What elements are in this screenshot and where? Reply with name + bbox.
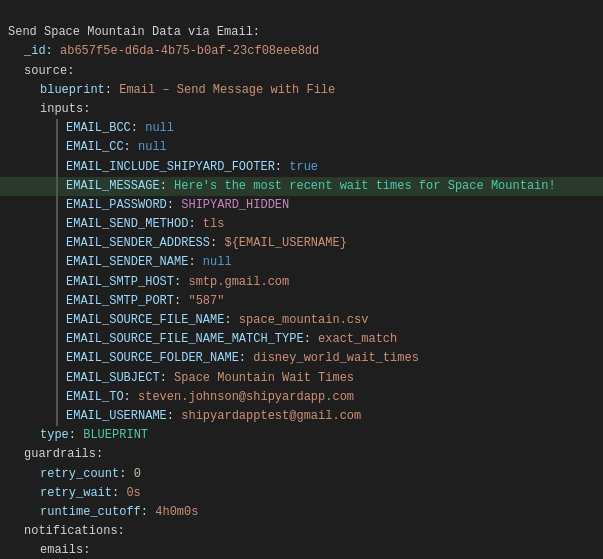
val-value: exact_match bbox=[318, 330, 397, 349]
key-label: _id bbox=[24, 42, 46, 61]
line-11: EMAIL_SENDER_ADDRESS: ${EMAIL_USERNAME} bbox=[0, 234, 603, 253]
line-20: EMAIL_USERNAME: shipyardapptest@gmail.co… bbox=[0, 407, 603, 426]
line-0: Send Space Mountain Data via Email: bbox=[0, 23, 603, 42]
line-12: EMAIL_SENDER_NAME: null bbox=[0, 253, 603, 272]
indent-bar bbox=[56, 292, 58, 311]
line-4: inputs: bbox=[0, 100, 603, 119]
plain-text: : bbox=[160, 369, 174, 388]
line-13: EMAIL_SMTP_HOST: smtp.gmail.com bbox=[0, 273, 603, 292]
line-27: emails: bbox=[0, 541, 603, 559]
indent-bar bbox=[56, 253, 58, 272]
key-label: EMAIL_PASSWORD bbox=[66, 196, 167, 215]
val-value: space_mountain.csv bbox=[239, 311, 369, 330]
plain-text: source: bbox=[24, 62, 74, 81]
val-value: 4h0m0s bbox=[155, 503, 198, 522]
line-7: EMAIL_INCLUDE_SHIPYARD_FOOTER: true bbox=[0, 158, 603, 177]
plain-text: notifications: bbox=[24, 522, 125, 541]
val-value: ${EMAIL_USERNAME} bbox=[224, 234, 346, 253]
line-24: retry_wait: 0s bbox=[0, 484, 603, 503]
plain-text: : bbox=[239, 349, 253, 368]
key-label: EMAIL_SOURCE_FILE_NAME bbox=[66, 311, 224, 330]
blueprint-value: BLUEPRINT bbox=[83, 426, 148, 445]
line-16: EMAIL_SOURCE_FILE_NAME_MATCH_TYPE: exact… bbox=[0, 330, 603, 349]
plain-text: inputs: bbox=[40, 100, 90, 119]
key-label: EMAIL_SOURCE_FOLDER_NAME bbox=[66, 349, 239, 368]
null-value: null bbox=[138, 138, 167, 157]
key-label: EMAIL_SOURCE_FILE_NAME_MATCH_TYPE bbox=[66, 330, 304, 349]
line-15: EMAIL_SOURCE_FILE_NAME: space_mountain.c… bbox=[0, 311, 603, 330]
indent-bar bbox=[56, 177, 58, 196]
key-label: EMAIL_SEND_METHOD bbox=[66, 215, 188, 234]
plain-text: : bbox=[105, 81, 119, 100]
key-label: blueprint bbox=[40, 81, 105, 100]
key-label: EMAIL_USERNAME bbox=[66, 407, 167, 426]
null-value: null bbox=[203, 253, 232, 272]
key-label: EMAIL_CC bbox=[66, 138, 124, 157]
keyword-value: SHIPYARD_HIDDEN bbox=[181, 196, 289, 215]
indent-bar bbox=[56, 138, 58, 157]
indent-bar bbox=[56, 119, 58, 138]
title-text: Send Space Mountain Data via Email: bbox=[8, 23, 260, 42]
plain-text: : bbox=[141, 503, 155, 522]
indent-bar bbox=[56, 311, 58, 330]
val-value: 0s bbox=[126, 484, 140, 503]
line-17: EMAIL_SOURCE_FOLDER_NAME: disney_world_w… bbox=[0, 349, 603, 368]
plain-text: : bbox=[160, 177, 174, 196]
plain-text: emails: bbox=[40, 541, 90, 559]
key-label: EMAIL_SMTP_PORT bbox=[66, 292, 174, 311]
indent-bar bbox=[56, 273, 58, 292]
key-label: EMAIL_BCC bbox=[66, 119, 131, 138]
val-value: disney_world_wait_times bbox=[253, 349, 419, 368]
key-label: retry_count bbox=[40, 465, 119, 484]
line-6: EMAIL_CC: null bbox=[0, 138, 603, 157]
key-label: EMAIL_INCLUDE_SHIPYARD_FOOTER bbox=[66, 158, 275, 177]
line-3: blueprint: Email – Send Message with Fil… bbox=[0, 81, 603, 100]
key-label: runtime_cutoff bbox=[40, 503, 141, 522]
line-9: EMAIL_PASSWORD: SHIPYARD_HIDDEN bbox=[0, 196, 603, 215]
key-label: EMAIL_SENDER_NAME bbox=[66, 253, 188, 272]
line-2: source: bbox=[0, 62, 603, 81]
indent-bar bbox=[56, 330, 58, 349]
key-label: EMAIL_TO bbox=[66, 388, 124, 407]
plain-text: : bbox=[224, 311, 238, 330]
plain-text: : bbox=[112, 484, 126, 503]
plain-text: : bbox=[131, 119, 145, 138]
line-14: EMAIL_SMTP_PORT: "587" bbox=[0, 292, 603, 311]
line-8: EMAIL_MESSAGE: Here's the most recent wa… bbox=[0, 177, 603, 196]
highlight-value: Here's the most recent wait times for Sp… bbox=[174, 177, 556, 196]
val-value: Space Mountain Wait Times bbox=[174, 369, 354, 388]
plain-text: : bbox=[124, 138, 138, 157]
plain-text: : bbox=[304, 330, 318, 349]
indent-bar bbox=[56, 196, 58, 215]
plain-text: : bbox=[174, 292, 188, 311]
number-value: 0 bbox=[134, 465, 141, 484]
line-22: guardrails: bbox=[0, 445, 603, 464]
plain-text: : bbox=[210, 234, 224, 253]
plain-text: : bbox=[188, 253, 202, 272]
plain-text: guardrails: bbox=[24, 445, 103, 464]
line-5: EMAIL_BCC: null bbox=[0, 119, 603, 138]
null-value: null bbox=[145, 119, 174, 138]
code-view: Send Space Mountain Data via Email:_id: … bbox=[0, 0, 603, 559]
indent-bar bbox=[56, 215, 58, 234]
line-23: retry_count: 0 bbox=[0, 465, 603, 484]
line-1: _id: ab657f5e-d6da-4b75-b0af-23cf08eee8d… bbox=[0, 42, 603, 61]
val-value: steven.johnson@shipyardapp.com bbox=[138, 388, 354, 407]
line-19: EMAIL_TO: steven.johnson@shipyardapp.com bbox=[0, 388, 603, 407]
key-label: EMAIL_SENDER_ADDRESS bbox=[66, 234, 210, 253]
val-value: shipyardapptest@gmail.com bbox=[181, 407, 361, 426]
key-label: EMAIL_SUBJECT bbox=[66, 369, 160, 388]
indent-bar bbox=[56, 369, 58, 388]
plain-text: : bbox=[119, 465, 133, 484]
indent-bar bbox=[56, 349, 58, 368]
plain-text: : bbox=[46, 42, 60, 61]
indent-bar bbox=[56, 234, 58, 253]
line-18: EMAIL_SUBJECT: Space Mountain Wait Times bbox=[0, 369, 603, 388]
key-label: retry_wait bbox=[40, 484, 112, 503]
line-21: type: BLUEPRINT bbox=[0, 426, 603, 445]
indent-bar bbox=[56, 158, 58, 177]
line-25: runtime_cutoff: 4h0m0s bbox=[0, 503, 603, 522]
val-value: smtp.gmail.com bbox=[188, 273, 289, 292]
key-label: type bbox=[40, 426, 69, 445]
val-value: tls bbox=[203, 215, 225, 234]
